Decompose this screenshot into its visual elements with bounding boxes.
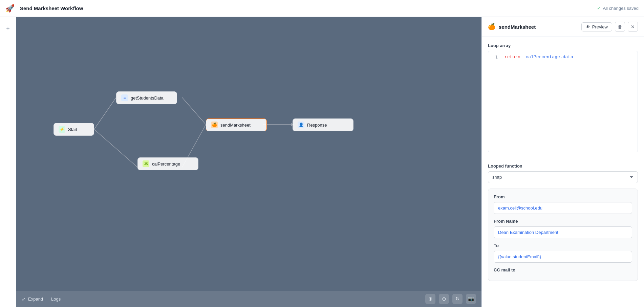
workflow-canvas-area[interactable]: ⚡ Start ≡ getStudentsData JS calPercenta… <box>16 17 481 307</box>
svg-line-0 <box>94 97 116 129</box>
node-response[interactable]: 👤 Response <box>293 118 353 131</box>
right-panel: 🍊 sendMarksheet 👁 Preview 🗑 ✕ Loop array… <box>481 17 644 307</box>
response-icon: 👤 <box>298 122 304 128</box>
to-input[interactable] <box>494 251 632 263</box>
svg-line-1 <box>94 129 137 167</box>
main-layout: + <box>0 17 644 307</box>
from-name-label: From Name <box>494 219 632 224</box>
canvas-toolbar-right: ⊕ ⊖ ↻ 📷 <box>425 294 476 304</box>
smtp-subsection: From From Name To CC mail to <box>488 189 638 281</box>
preview-eye-icon: 👁 <box>586 24 590 29</box>
node-get-students[interactable]: ≡ getStudentsData <box>116 91 177 104</box>
preview-label: Preview <box>592 24 608 29</box>
node-get-students-label: getStudentsData <box>131 95 164 101</box>
node-send-marksheet[interactable]: 🍊 sendMarksheet <box>206 118 267 131</box>
loop-array-label: Loop array <box>488 43 638 48</box>
to-label: To <box>494 243 632 248</box>
looped-function-label: Looped function <box>488 163 638 169</box>
panel-node-icon: 🍊 <box>488 23 495 30</box>
looped-function-section: Looped function smtp <box>488 163 638 183</box>
cc-mail-label: CC mail to <box>494 267 632 272</box>
code-editor[interactable]: 1 return calPercentage.data <box>488 51 638 152</box>
cal-percentage-icon: JS <box>143 160 149 167</box>
workflow-canvas: ⚡ Start ≡ getStudentsData JS calPercenta… <box>16 17 481 307</box>
code-line-1: 1 return calPercentage.data <box>488 51 638 63</box>
expand-icon: ⤢ <box>22 297 25 302</box>
logs-label[interactable]: Logs <box>51 297 61 302</box>
to-field-section: To <box>494 243 632 267</box>
app-logo: 🚀 <box>5 4 15 13</box>
code-variable: calPercentage.data <box>525 54 573 60</box>
screenshot-button[interactable]: 📷 <box>466 294 476 304</box>
cc-mail-section: CC mail to <box>494 267 632 272</box>
add-icon[interactable]: + <box>3 22 13 35</box>
from-label: From <box>494 194 632 199</box>
workflow-connections <box>16 17 481 307</box>
zoom-in-button[interactable]: ⊕ <box>425 294 435 304</box>
canvas-toolbar: ⤢ Expand Logs ⊕ ⊖ ↻ 📷 <box>16 291 481 307</box>
from-name-section: From Name <box>494 219 632 243</box>
expand-label[interactable]: Expand <box>28 297 43 302</box>
send-marksheet-icon: 🍊 <box>211 122 218 128</box>
topbar: 🚀 Send Marksheet Workflow All changes sa… <box>0 0 644 17</box>
divider-1 <box>488 158 638 158</box>
delete-button[interactable]: 🗑 <box>615 22 625 32</box>
from-field-section: From <box>494 194 632 219</box>
from-input[interactable] <box>494 202 632 214</box>
zoom-out-button[interactable]: ⊖ <box>439 294 449 304</box>
panel-header: 🍊 sendMarksheet 👁 Preview 🗑 ✕ <box>482 17 644 37</box>
line-number: 1 <box>488 52 502 62</box>
start-icon: ⚡ <box>59 126 65 133</box>
return-keyword: return <box>505 54 520 60</box>
panel-body: Loop array 1 return calPercentage.data L… <box>482 37 644 287</box>
save-status: All changes saved <box>597 6 639 11</box>
code-content: return calPercentage.data <box>502 52 638 62</box>
refresh-button[interactable]: ↻ <box>452 294 463 304</box>
node-cal-percentage-label: calPercentage <box>152 161 180 167</box>
node-response-label: Response <box>307 123 327 128</box>
get-students-icon: ≡ <box>121 94 128 101</box>
looped-function-select[interactable]: smtp <box>488 171 638 183</box>
node-cal-percentage[interactable]: JS calPercentage <box>137 157 198 170</box>
node-send-marksheet-label: sendMarksheet <box>220 123 251 128</box>
panel-title: sendMarksheet <box>499 24 578 30</box>
panel-actions: 👁 Preview 🗑 ✕ <box>581 22 638 32</box>
preview-button[interactable]: 👁 Preview <box>581 22 612 31</box>
canvas-toolbar-left: ⤢ Expand Logs <box>22 297 61 302</box>
left-sidebar: + <box>0 17 16 307</box>
from-name-input[interactable] <box>494 226 632 238</box>
node-start[interactable]: ⚡ Start <box>53 123 94 136</box>
workflow-title: Send Marksheet Workflow <box>20 5 597 11</box>
node-start-label: Start <box>68 127 77 132</box>
loop-array-section: Loop array 1 return calPercentage.data <box>488 43 638 152</box>
svg-line-2 <box>182 97 206 125</box>
close-button[interactable]: ✕ <box>628 22 638 32</box>
